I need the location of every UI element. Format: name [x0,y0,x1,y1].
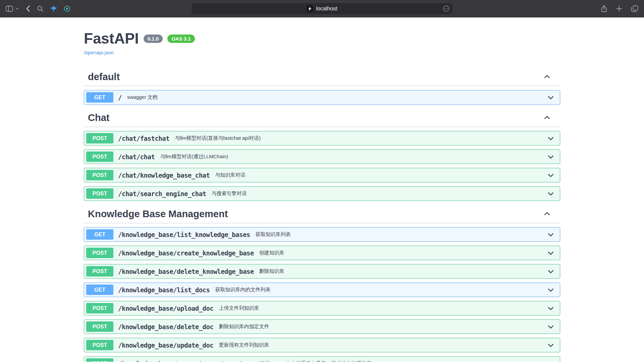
new-tab-icon[interactable] [616,5,623,12]
tag-header[interactable]: default [84,68,560,86]
method-badge: POST [86,303,113,313]
back-button-icon[interactable] [26,5,30,12]
chevron-down-icon[interactable] [547,249,554,257]
op-path: /knowledge_base/recreate_vector_store [118,360,254,362]
chevron-down-icon[interactable] [547,190,554,197]
method-badge: POST [86,340,113,350]
op-description: 获取知识库列表 [256,231,291,238]
page-settings-icon[interactable] [443,5,449,12]
method-badge: GET [86,92,113,103]
opblock-post[interactable]: POST/chat/knowledge_base_chat与知识库对话 [84,168,560,182]
tag-header[interactable]: Knowledge Base Management [84,205,560,223]
chevron-down-icon[interactable] [547,231,554,238]
method-badge: POST [86,358,113,362]
chevron-up-icon[interactable] [543,73,551,80]
chevron-down-icon[interactable] [547,323,554,330]
chevron-down-icon[interactable] [547,286,554,294]
tag-title: default [88,71,120,82]
opblock-get[interactable]: GET/swagger 文档 [84,90,560,105]
op-path: /knowledge_base/list_knowledge_bases [118,231,250,238]
operations-list: GET/knowledge_base/list_knowledge_bases获… [84,223,560,362]
address-bar[interactable]: localhost [192,3,452,14]
url-text: localhost [316,6,337,12]
tag-section: defaultGET/swagger 文档 [84,68,560,105]
op-path: /chat/fastchat [118,135,169,142]
method-badge: POST [86,188,113,199]
op-path: /knowledge_base/create_knowledge_base [118,249,254,257]
op-description: 删除知识库 [259,268,284,275]
tag-title: Chat [88,112,109,123]
opblock-post[interactable]: POST/knowledge_base/delete_doc删除知识库内指定文件 [84,319,560,334]
share-icon[interactable] [600,5,608,13]
version-badge: 0.1.0 [144,35,163,43]
opblock-post[interactable]: POST/knowledge_base/delete_knowledge_bas… [84,264,560,279]
op-path: /knowledge_base/update_doc [118,342,213,349]
opblock-post[interactable]: POST/chat/fastchat与llm模型对话(直接与fastchat a… [84,131,560,145]
op-description: 与知识库对话 [215,172,245,178]
op-path: /knowledge_base/upload_doc [118,305,213,312]
method-badge: POST [86,266,113,277]
method-badge: POST [86,152,113,162]
chevron-up-icon[interactable] [543,210,551,218]
operations-list: GET/swagger 文档 [84,86,560,105]
method-badge: POST [86,321,113,332]
chevron-down-icon[interactable] [547,94,554,101]
extension-icon-record[interactable] [64,5,70,12]
sidebar-chevron-down-icon[interactable] [15,7,19,10]
sidebar-toggle-icon[interactable] [5,5,13,12]
op-path: /knowledge_base/delete_doc [118,323,213,330]
op-description: 与搜索引擎对话 [212,190,247,197]
method-badge: GET [86,229,113,240]
api-info: FastAPI 0.1.0 OAS 3.1 /openapi.json [84,30,560,56]
chevron-down-icon[interactable] [547,268,554,275]
tag-section: ChatPOST/chat/fastchat与llm模型对话(直接与fastch… [84,109,560,201]
method-badge: POST [86,170,113,180]
op-description: 与llm模型对话(通过LLMChain) [160,154,228,160]
extension-icon-blue[interactable] [50,5,57,12]
opblock-post[interactable]: POST/knowledge_base/upload_doc上传文件到知识库 [84,301,560,315]
op-path: /knowledge_base/list_docs [118,286,210,294]
method-badge: POST [86,248,113,258]
op-path: /chat/chat [118,153,155,161]
page-title: FastAPI [84,30,139,47]
chevron-down-icon[interactable] [547,342,554,349]
op-path: /chat/knowledge_base_chat [118,172,210,179]
opblock-post[interactable]: POST/chat/chat与llm模型对话(通过LLMChain) [84,149,560,164]
method-badge: POST [86,133,113,143]
op-path: /knowledge_base/delete_knowledge_base [118,268,254,275]
oas-badge: OAS 3.1 [167,35,195,43]
browser-toolbar: localhost [0,0,644,17]
op-path: /chat/search_engine_chat [118,190,206,197]
op-description: 根据content中文档重建向量库，流式输出处理进度。 [259,360,376,362]
opblock-post[interactable]: POST/chat/search_engine_chat与搜索引擎对话 [84,186,560,201]
tab-overview-icon[interactable] [631,5,639,12]
swagger-content: FastAPI 0.1.0 OAS 3.1 /openapi.json defa… [84,17,560,362]
op-description: 获取知识库内的文件列表 [215,287,270,293]
opblock-post[interactable]: POST/knowledge_base/create_knowledge_bas… [84,246,560,260]
operations-list: POST/chat/fastchat与llm模型对话(直接与fastchat a… [84,127,560,201]
chevron-down-icon[interactable] [547,305,554,312]
chevron-down-icon[interactable] [547,172,554,179]
opblock-post[interactable]: POST/knowledge_base/update_doc更新现有文件到知识库 [84,338,560,352]
search-icon[interactable] [37,5,44,12]
op-description: 删除知识库内指定文件 [219,323,269,330]
method-badge: GET [86,285,113,295]
opblock-get[interactable]: GET/knowledge_base/list_knowledge_bases获… [84,227,560,242]
page-body: FastAPI 0.1.0 OAS 3.1 /openapi.json defa… [0,17,644,362]
api-sections: defaultGET/swagger 文档ChatPOST/chat/fastc… [84,68,560,362]
opblock-post[interactable]: POST/knowledge_base/recreate_vector_stor… [84,356,560,362]
op-description: 更新现有文件到知识库 [219,342,269,348]
op-description: swagger 文档 [127,94,158,101]
openapi-spec-link[interactable]: /openapi.json [84,50,114,55]
tag-header[interactable]: Chat [84,109,560,127]
chevron-down-icon[interactable] [547,153,554,161]
chevron-down-icon[interactable] [547,360,554,362]
op-path: / [118,94,122,101]
chevron-down-icon[interactable] [547,135,554,142]
chevron-up-icon[interactable] [543,114,551,121]
op-description: 创建知识库 [259,250,284,256]
tag-section: Knowledge Base ManagementGET/knowledge_b… [84,205,560,362]
tag-title: Knowledge Base Management [88,208,228,220]
opblock-get[interactable]: GET/knowledge_base/list_docs获取知识库内的文件列表 [84,283,560,297]
site-icon [307,5,313,12]
